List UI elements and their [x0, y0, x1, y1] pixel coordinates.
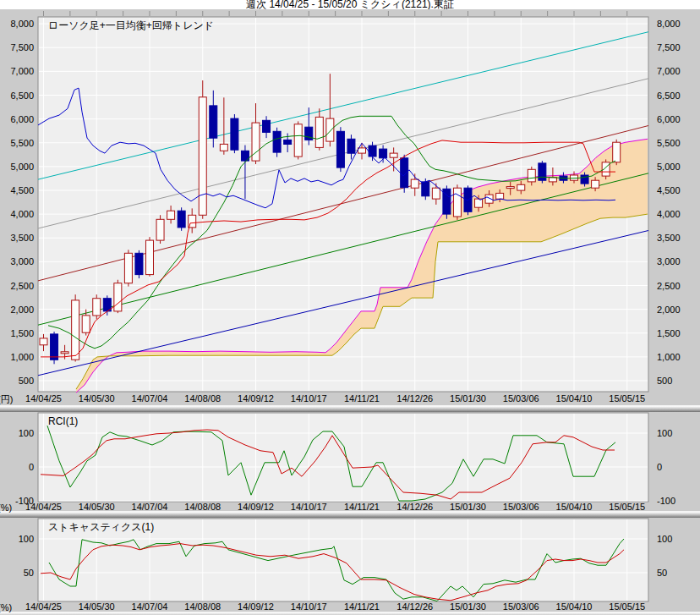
- date-label: 15/05/15: [603, 601, 652, 612]
- price-tick-label: 8,000: [0, 19, 34, 29]
- date-label: 15/03/06: [496, 502, 545, 512]
- rci-tick-label: 0: [0, 462, 34, 472]
- price-tick-label: 7,000: [0, 66, 34, 76]
- price-tick-label: 2,500: [657, 281, 696, 291]
- price-tick-label: 6,000: [657, 114, 696, 124]
- date-label: 14/05/30: [72, 502, 121, 512]
- price-tick-label: 5,500: [0, 138, 34, 148]
- date-label: 14/05/30: [72, 393, 121, 404]
- stoch-unit-label: (%): [0, 602, 12, 612]
- date-label: 15/03/06: [496, 601, 545, 612]
- date-label: 15/05/15: [603, 393, 652, 404]
- date-label: 14/09/12: [232, 601, 281, 612]
- stoch-tick-label: 100: [0, 534, 34, 544]
- date-label: 14/11/21: [337, 601, 386, 612]
- price-tick-label: 5,000: [0, 162, 34, 172]
- date-label: 14/10/17: [284, 601, 333, 612]
- price-tick-label: 3,000: [657, 256, 696, 266]
- date-label: 14/10/17: [284, 393, 333, 404]
- rci-panel-label: RCI(1): [48, 415, 78, 427]
- price-tick-label: 1,000: [0, 352, 34, 362]
- rci-tick-label: 100: [657, 428, 696, 438]
- rci-unit-label: (%): [0, 502, 12, 513]
- price-tick-label: 6,500: [657, 91, 696, 101]
- price-tick-label: 8,000: [657, 19, 696, 29]
- stoch-tick-label: 100: [657, 534, 696, 544]
- date-label: 14/08/08: [178, 393, 227, 404]
- price-tick-label: 7,500: [657, 42, 696, 52]
- date-label: 14/12/26: [391, 502, 440, 512]
- date-label: 14/07/04: [125, 601, 174, 612]
- price-tick-label: 5,500: [657, 138, 696, 148]
- price-tick-label: 1,000: [657, 352, 696, 362]
- price-tick-label: 4,000: [657, 209, 696, 219]
- price-tick-label: 3,000: [0, 256, 34, 266]
- main-unit-label: (円): [0, 393, 13, 406]
- date-label: 14/12/26: [391, 393, 440, 404]
- date-label: 14/04/25: [19, 502, 68, 512]
- rci-tick-label: 100: [0, 428, 34, 438]
- date-label: 14/11/21: [337, 393, 386, 404]
- main-chart-label: ローソク足+一目均衡+回帰トレンド: [48, 19, 214, 33]
- price-tick-label: 3,500: [0, 233, 34, 243]
- price-tick-label: 6,000: [0, 114, 34, 124]
- date-label: 14/07/04: [125, 393, 174, 404]
- price-tick-label: 1,500: [657, 328, 696, 338]
- date-label: 15/04/10: [550, 393, 599, 404]
- stoch-tick-label: 50: [657, 568, 696, 578]
- chart-window: 週次 14/04/25 - 15/05/20 ミクシィ(2121).東証 8,0…: [0, 0, 700, 615]
- stoch-panel-label: ストキャスティクス(1): [48, 520, 154, 535]
- price-tick-label: 2,000: [0, 305, 34, 315]
- date-label: 14/04/25: [19, 393, 68, 404]
- date-label: 15/01/30: [444, 393, 493, 404]
- price-tick-label: 1,500: [0, 328, 34, 338]
- date-label: 14/11/21: [337, 502, 386, 512]
- date-label: 15/01/30: [444, 502, 493, 512]
- price-tick-label: 2,500: [0, 281, 34, 291]
- date-label: 14/10/17: [284, 502, 333, 512]
- rci-tick-label: 0: [657, 462, 696, 472]
- price-tick-label: 500: [657, 376, 696, 386]
- date-label: 15/01/30: [444, 601, 493, 612]
- rci-tick-label: -100: [657, 496, 696, 506]
- price-tick-label: 7,000: [657, 66, 696, 76]
- price-tick-label: 4,500: [0, 185, 34, 195]
- date-label: 14/12/26: [391, 601, 440, 612]
- date-label: 14/07/04: [125, 502, 174, 512]
- date-label: 14/08/08: [178, 502, 227, 512]
- price-tick-label: 5,000: [657, 162, 696, 172]
- date-label: 15/03/06: [496, 393, 545, 404]
- date-label: 15/05/15: [603, 502, 652, 512]
- price-tick-label: 2,000: [657, 305, 696, 315]
- price-tick-label: 7,500: [0, 42, 34, 52]
- date-label: 14/09/12: [232, 502, 281, 512]
- date-label: 15/04/10: [550, 502, 599, 512]
- date-label: 14/05/30: [72, 601, 121, 612]
- stoch-tick-label: 50: [0, 568, 34, 578]
- date-label: 14/09/12: [232, 393, 281, 404]
- price-tick-label: 6,500: [0, 91, 34, 101]
- price-tick-label: 4,000: [0, 209, 34, 219]
- date-label: 14/04/25: [19, 601, 68, 612]
- date-label: 15/04/10: [550, 601, 599, 612]
- date-label: 14/08/08: [178, 601, 227, 612]
- price-tick-label: 3,500: [657, 233, 696, 243]
- price-tick-label: 4,500: [657, 185, 696, 195]
- price-tick-label: 500: [0, 376, 34, 386]
